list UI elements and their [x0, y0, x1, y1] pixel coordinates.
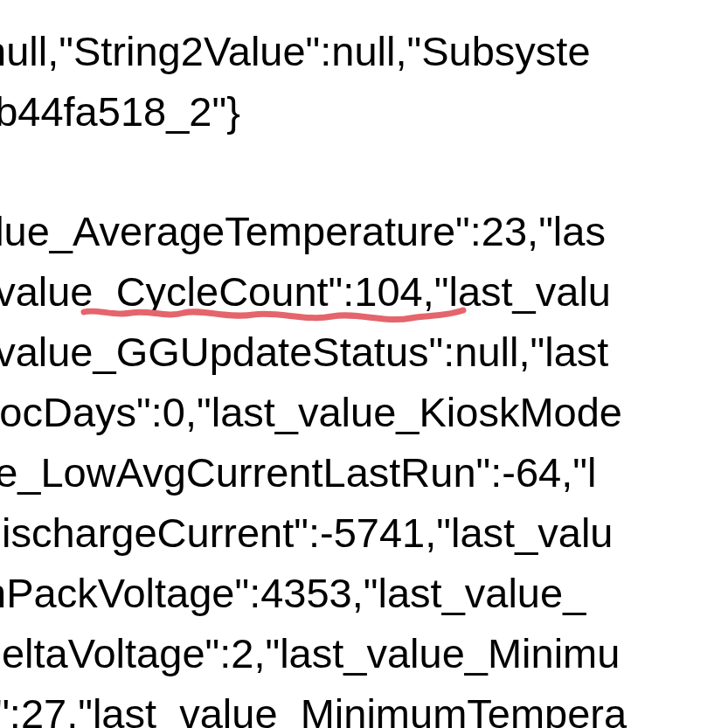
log-line-9: DeltaVoltage":2,"last_value_Minimu — [0, 623, 620, 683]
log-line-7: DischargeCurrent":-5741,"last_valu — [0, 503, 614, 563]
log-line-6: ue_LowAvgCurrentLastRun":-64,"l — [0, 442, 596, 503]
log-line-5: SocDays":0,"last_value_KioskMode — [0, 382, 622, 442]
log-line-0: :null,"String2Value":null,"Subsyste — [0, 21, 591, 81]
log-line-4: _value_GGUpdateStatus":null,"last — [0, 322, 608, 382]
log-line-1: ab44fa518_2"} — [0, 81, 240, 142]
log-line-2: alue_AverageTemperature":23,"las — [0, 201, 606, 261]
log-line-3: _value_CycleCount":104,"last_valu — [0, 261, 611, 322]
log-line-10: 3":27,"last_value_MinimumTempera — [0, 683, 627, 728]
log-viewport: :null,"String2Value":null,"Subsyste ab44… — [0, 0, 728, 728]
log-line-8: mPackVoltage":4353,"last_value_ — [0, 563, 586, 623]
